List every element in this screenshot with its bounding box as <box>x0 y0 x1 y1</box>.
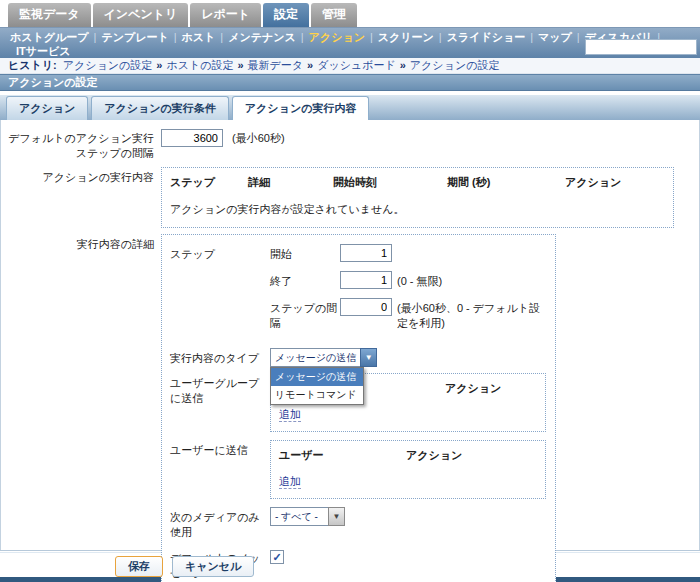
col-action: アクション <box>445 381 537 396</box>
step-from-input[interactable] <box>340 244 392 262</box>
cancel-button[interactable]: キャンセル <box>172 556 254 577</box>
default-interval-input[interactable] <box>161 129 223 147</box>
col-step: ステップ <box>170 175 248 190</box>
operations-label: アクションの実行内容 <box>1 167 161 228</box>
form-content: デフォルトのアクション実行ステップの間隔 (最小60秒) アクションの実行内容 … <box>0 120 700 550</box>
default-interval-row: デフォルトのアクション実行ステップの間隔 (最小60秒) <box>1 128 699 161</box>
send-to-users-header: ユーザー アクション <box>279 448 537 463</box>
send-to-users-table: ユーザー アクション 追加 <box>270 440 546 499</box>
operation-type-value: メッセージの送信 <box>270 348 360 367</box>
breadcrumb-separator: » <box>156 59 162 71</box>
operation-details-box: ステップ 開始 終了 (0 - 無限) <box>161 234 556 582</box>
step-to-input[interactable] <box>340 271 392 289</box>
dropdown-option-send-message[interactable]: メッセージの送信 <box>271 368 363 386</box>
save-button[interactable]: 保存 <box>115 556 163 577</box>
media-row: 次のメディアのみ使用 - すべて - ▼ <box>170 507 547 540</box>
default-message-checkbox[interactable] <box>270 550 284 564</box>
history-label: ヒストリ: <box>8 59 57 71</box>
tab-operations[interactable]: アクションの実行内容 <box>232 96 370 120</box>
step-interval-label: ステップの間隔 <box>270 298 340 331</box>
submenu-separator: | <box>94 31 97 43</box>
submenu-separator: | <box>174 31 177 43</box>
operations-empty-text: アクションの実行内容が設定されていません。 <box>170 202 665 217</box>
col-user: ユーザー <box>279 448 406 463</box>
step-from-label: 開始 <box>270 244 340 262</box>
submenu-separator: | <box>301 31 304 43</box>
tab-strip: アクション アクションの実行条件 アクションの実行内容 <box>0 95 700 120</box>
tab-conditions[interactable]: アクションの実行条件 <box>91 96 229 120</box>
submenu-screens[interactable]: スクリーン <box>378 31 434 43</box>
sub-menu: ホストグループ|テンプレート|ホスト|メンテナンス|アクション|スクリーン|スラ… <box>0 27 700 58</box>
operation-details-row: 実行内容の詳細 ステップ 開始 終了 <box>1 234 699 582</box>
col-details: 詳細 <box>248 175 333 190</box>
send-to-groups-label: ユーザーグループに送信 <box>170 373 270 432</box>
operation-type-dropdown: メッセージの送信 リモートコマンド <box>270 367 364 405</box>
submenu-host-groups[interactable]: ホストグループ <box>10 31 89 43</box>
step-to-hint: (0 - 無限) <box>397 271 442 289</box>
submenu-actions[interactable]: アクション <box>309 31 365 43</box>
chevron-down-icon[interactable]: ▼ <box>328 507 345 526</box>
add-user-group-link[interactable]: 追加 <box>279 408 301 422</box>
submenu-separator: | <box>530 31 533 43</box>
step-to-label: 終了 <box>270 271 340 289</box>
submenu-it-services[interactable]: ITサービス <box>16 45 71 57</box>
submenu-hosts[interactable]: ホスト <box>182 31 216 43</box>
breadcrumb-link[interactable]: ホストの設定 <box>166 59 233 71</box>
add-user-link[interactable]: 追加 <box>279 475 301 489</box>
submenu-separator: | <box>439 31 442 43</box>
step-interval-row: ステップの間隔 (最小60秒、0 - デフォルト設定を利用) <box>270 298 547 331</box>
breadcrumb-separator: » <box>307 59 313 71</box>
submenu-maps[interactable]: マップ <box>538 31 572 43</box>
dropdown-option-remote-command[interactable]: リモートコマンド <box>271 386 363 404</box>
search-input[interactable] <box>585 39 697 55</box>
col-action: アクション <box>406 448 537 463</box>
breadcrumb-link[interactable]: アクションの設定 <box>410 59 500 71</box>
main-menu: 監視データ インベントリ レポート 設定 管理 <box>0 0 700 27</box>
submenu-separator: | <box>577 31 580 43</box>
breadcrumb-link[interactable]: アクションの設定 <box>63 59 153 71</box>
operation-type-label: 実行内容のタイプ <box>170 348 270 367</box>
step-interval-hint: (最小60秒、0 - デフォルト設定を利用) <box>397 298 547 331</box>
page-title-bar: アクションの設定 <box>0 74 700 91</box>
operation-details-label: 実行内容の詳細 <box>1 234 161 582</box>
operation-type-row: 実行内容のタイプ メッセージの送信 ▼ メッセージの送信 リモートコマンド <box>170 348 547 367</box>
breadcrumb-separator: » <box>400 59 406 71</box>
submenu-templates[interactable]: テンプレート <box>101 31 168 43</box>
menu-monitoring[interactable]: 監視データ <box>8 3 91 27</box>
operations-table-header: ステップ 詳細 開始時刻 期間 (秒) アクション <box>170 175 665 190</box>
tab-action[interactable]: アクション <box>6 96 88 120</box>
operations-table: ステップ 詳細 開始時刻 期間 (秒) アクション アクションの実行内容が設定さ… <box>161 167 674 228</box>
step-from-row: 開始 <box>270 244 547 262</box>
step-interval-input[interactable] <box>340 298 392 316</box>
operations-row: アクションの実行内容 ステップ 詳細 開始時刻 期間 (秒) アクション アクシ… <box>1 167 699 228</box>
col-start: 開始時刻 <box>333 175 447 190</box>
zabbix-action-config-page: 監視データ インベントリ レポート 設定 管理 ホストグループ|テンプレート|ホ… <box>0 0 700 582</box>
submenu-separator: | <box>220 31 223 43</box>
operation-type-select[interactable]: メッセージの送信 ▼ メッセージの送信 リモートコマンド <box>270 348 377 367</box>
media-select[interactable]: - すべて - ▼ <box>270 507 345 526</box>
send-to-users-label: ユーザーに送信 <box>170 440 270 499</box>
step-to-row: 終了 (0 - 無限) <box>270 271 547 289</box>
submenu-maintenance[interactable]: メンテナンス <box>228 31 296 43</box>
breadcrumb-link[interactable]: 最新データ <box>248 59 304 71</box>
step-label: ステップ <box>170 244 270 340</box>
col-action: アクション <box>565 175 665 190</box>
submenu-slideshows[interactable]: スライドショー <box>447 31 526 43</box>
menu-configuration[interactable]: 設定 <box>263 3 309 27</box>
default-interval-label: デフォルトのアクション実行ステップの間隔 <box>1 128 161 161</box>
menu-inventory[interactable]: インベントリ <box>93 3 189 27</box>
menu-administration[interactable]: 管理 <box>311 3 357 27</box>
step-row: ステップ 開始 終了 (0 - 無限) <box>170 244 547 340</box>
breadcrumb-link[interactable]: ダッシュボード <box>317 59 396 71</box>
submenu-separator: | <box>370 31 373 43</box>
media-label: 次のメディアのみ使用 <box>170 507 270 540</box>
col-duration: 期間 (秒) <box>447 175 565 190</box>
page-title: アクションの設定 <box>8 76 98 88</box>
default-interval-hint: (最小60秒) <box>232 128 285 146</box>
chevron-down-icon[interactable]: ▼ <box>360 348 377 367</box>
media-value: - すべて - <box>270 507 328 526</box>
send-to-users-row: ユーザーに送信 ユーザー アクション 追加 <box>170 440 547 499</box>
menu-reports[interactable]: レポート <box>190 3 261 27</box>
breadcrumb: ヒストリ:アクションの設定»ホストの設定»最新データ»ダッシュボード»アクション… <box>0 58 700 74</box>
breadcrumb-separator: » <box>237 59 243 71</box>
